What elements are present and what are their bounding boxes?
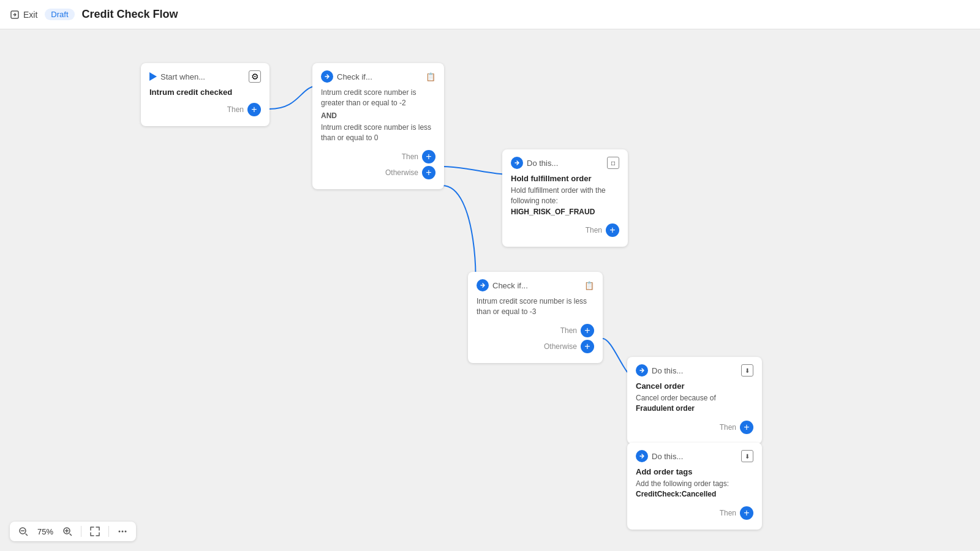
check2-then-plus[interactable]: + (581, 324, 594, 337)
start-settings-icon[interactable]: ⚙ (249, 70, 261, 83)
do3-header: Do this... ⬇ (636, 450, 753, 462)
check1-header: Check if... 📋 (321, 70, 435, 83)
check2-condition: Intrum credit score number is less than … (477, 296, 594, 318)
do3-then-plus[interactable]: + (740, 506, 753, 520)
do3-download-icon[interactable]: ⬇ (741, 450, 753, 462)
do3-desc-text: Add the following order tags: (636, 479, 729, 488)
check1-condition1: Intrum credit score number is greater th… (321, 88, 435, 109)
check2-header: Check if... 📋 (477, 279, 594, 291)
start-then-plus[interactable]: + (247, 103, 261, 116)
do2-dot (636, 364, 648, 377)
check2-header-label: Check if... (492, 281, 528, 290)
zoom-toolbar: 75% (10, 522, 136, 541)
do1-title: Hold fulfillment order (511, 174, 619, 183)
start-header-label: Start when... (160, 72, 205, 81)
check1-clipboard-icon[interactable]: 📋 (426, 72, 435, 81)
header: Exit Draft Credit Check Flow (0, 0, 980, 29)
do3-header-label: Do this... (652, 452, 683, 461)
check2-then-label: Then (560, 326, 577, 335)
start-node-header: Start when... ⚙ (149, 70, 261, 83)
do1-desc: Hold fulfillment order with the followin… (511, 186, 619, 217)
do-this-node-2: Do this... ⬇ Cancel order Cancel order b… (627, 357, 762, 444)
start-then-label: Then (227, 105, 244, 114)
do1-square-icon[interactable]: □ (607, 157, 619, 169)
check2-otherwise-plus[interactable]: + (581, 340, 594, 353)
check-if-node-1: Check if... 📋 Intrum credit score number… (312, 63, 444, 189)
check1-otherwise-label: Otherwise (385, 168, 418, 177)
exit-label: Exit (23, 10, 37, 20)
do1-header-left: Do this... (511, 157, 558, 169)
do2-desc: Cancel order because of Fraudulent order (636, 393, 753, 414)
exit-button[interactable]: Exit (10, 10, 37, 20)
do1-arrow-icon (514, 160, 520, 166)
start-then-row: Then + (149, 103, 261, 116)
do2-desc-bold: Fraudulent order (636, 404, 695, 413)
do-this-node-1: Do this... □ Hold fulfillment order Hold… (502, 149, 628, 247)
check1-dot (321, 70, 333, 83)
flow-canvas: Start when... ⚙ Intrum credit checked Th… (0, 29, 980, 551)
check2-otherwise-label: Otherwise (544, 342, 577, 351)
zoom-out-icon (18, 527, 28, 536)
start-title: Intrum credit checked (149, 88, 261, 97)
check1-otherwise-plus[interactable]: + (422, 166, 435, 179)
do1-dot (511, 157, 523, 169)
do1-desc-text: Hold fulfillment order with the followin… (511, 186, 606, 205)
check2-header-left: Check if... (477, 279, 528, 291)
fit-screen-button[interactable] (89, 525, 101, 538)
toolbar-divider (81, 526, 81, 537)
zoom-level: 75% (34, 527, 56, 536)
do3-arrow-icon (639, 453, 645, 459)
check-if-node-2: Check if... 📋 Intrum credit score number… (468, 272, 603, 363)
do1-header: Do this... □ (511, 157, 619, 169)
zoom-out-button[interactable] (17, 525, 29, 538)
do2-header: Do this... ⬇ (636, 364, 753, 377)
check1-then-plus[interactable]: + (422, 150, 435, 163)
svg-point-5 (125, 531, 127, 533)
draft-badge: Draft (45, 9, 74, 20)
do3-title: Add order tags (636, 467, 753, 476)
do-this-node-3: Do this... ⬇ Add order tags Add the foll… (627, 443, 762, 530)
do3-desc: Add the following order tags: CreditChec… (636, 479, 753, 500)
do2-title: Cancel order (636, 381, 753, 391)
check1-header-label: Check if... (337, 72, 372, 81)
do2-then-label: Then (720, 423, 736, 432)
play-icon (149, 72, 157, 81)
exit-icon (10, 10, 20, 20)
do3-header-left: Do this... (636, 450, 683, 462)
check1-then-row: Then + (321, 150, 435, 163)
check1-arrow-icon (324, 73, 330, 80)
do2-desc-text: Cancel order because of (636, 394, 716, 402)
more-options-icon (118, 527, 127, 536)
do2-download-icon[interactable]: ⬇ (741, 364, 753, 377)
do3-then-label: Then (720, 509, 736, 517)
toolbar-divider-2 (108, 526, 109, 537)
do2-then-plus[interactable]: + (740, 421, 753, 434)
check1-header-left: Check if... (321, 70, 372, 83)
check1-then-label: Then (402, 152, 418, 161)
fit-screen-icon (90, 527, 100, 536)
svg-point-3 (119, 531, 121, 533)
flow-title: Credit Check Flow (82, 8, 178, 21)
do1-then-plus[interactable]: + (606, 223, 619, 237)
more-options-button[interactable] (116, 525, 129, 538)
do2-arrow-icon (639, 367, 645, 373)
do2-header-label: Do this... (652, 366, 683, 375)
check2-dot (477, 279, 489, 291)
check1-and: AND (321, 111, 435, 120)
do1-then-label: Then (586, 226, 602, 234)
do1-header-label: Do this... (527, 159, 558, 168)
zoom-in-button[interactable] (61, 525, 74, 538)
check1-condition2: Intrum credit score number is less than … (321, 122, 435, 144)
do3-tag: CreditCheck:Cancelled (636, 490, 716, 498)
zoom-in-icon (62, 527, 72, 536)
svg-point-4 (122, 531, 124, 533)
check2-clipboard-icon[interactable]: 📋 (584, 281, 594, 290)
check2-arrow-icon (480, 282, 486, 288)
do1-then-row: Then + (511, 223, 619, 237)
do1-note: HIGH_RISK_OF_FRAUD (511, 208, 595, 216)
check2-otherwise-row: Otherwise + (477, 340, 594, 353)
do2-then-row: Then + (636, 421, 753, 434)
check1-otherwise-row: Otherwise + (321, 166, 435, 179)
start-header-left: Start when... (149, 72, 205, 81)
do3-then-row: Then + (636, 506, 753, 520)
